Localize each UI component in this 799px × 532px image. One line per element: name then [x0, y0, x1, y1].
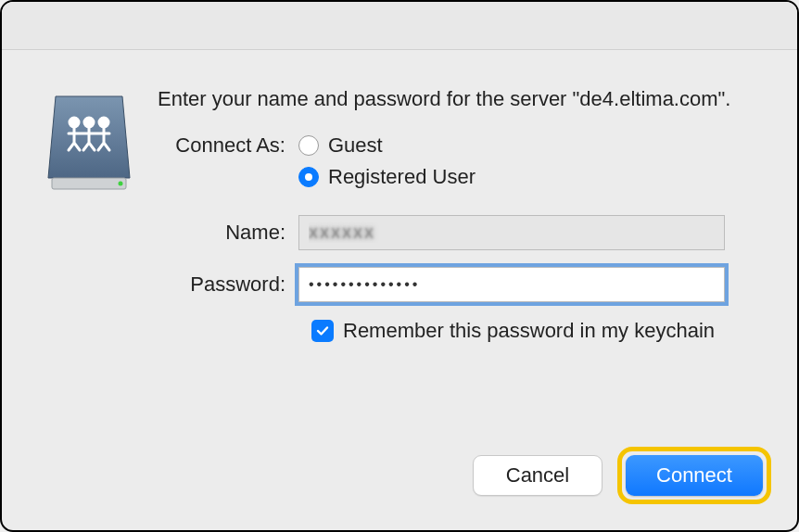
password-input[interactable] [298, 267, 725, 302]
radio-registered-label: Registered User [328, 165, 476, 189]
remember-label: Remember this password in my keychain [343, 319, 715, 343]
network-drive-icon [46, 91, 132, 193]
radio-button-icon [298, 135, 319, 156]
svg-point-3 [84, 118, 94, 127]
connect-button[interactable]: Connect [626, 455, 763, 496]
radio-guest[interactable]: Guest [298, 133, 753, 158]
connect-highlight: Connect [617, 447, 771, 504]
cancel-button[interactable]: Cancel [473, 455, 602, 496]
svg-point-1 [119, 182, 123, 186]
checkmark-icon [315, 323, 330, 338]
radio-button-icon [298, 167, 319, 187]
dialog-heading: Enter your name and password for the ser… [158, 85, 753, 113]
svg-point-4 [99, 118, 108, 127]
titlebar [2, 2, 797, 50]
name-input[interactable] [298, 215, 725, 250]
name-label: Name: [158, 221, 298, 245]
radio-registered-user[interactable]: Registered User [298, 165, 753, 189]
dialog-footer: Cancel Connect [473, 447, 771, 504]
svg-rect-0 [52, 178, 126, 189]
connect-as-label: Connect As: [158, 133, 298, 158]
radio-guest-label: Guest [328, 133, 383, 158]
auth-dialog: Enter your name and password for the ser… [0, 0, 799, 532]
svg-point-2 [70, 118, 79, 127]
remember-checkbox[interactable] [311, 320, 334, 342]
password-label: Password: [158, 272, 298, 297]
